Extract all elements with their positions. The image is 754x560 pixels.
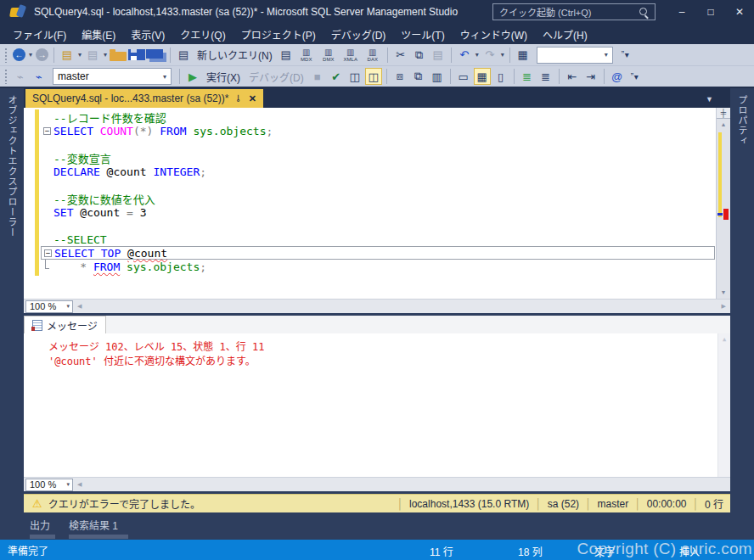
results-pane-toggle-icon[interactable]: ◫ (365, 68, 382, 85)
code-line[interactable]: --SELECT (41, 232, 715, 246)
code-line[interactable] (41, 219, 715, 232)
save-icon[interactable] (128, 49, 145, 60)
connect-icon[interactable]: ⌁ (12, 68, 29, 85)
new-query-icon[interactable]: ▤ (175, 47, 192, 64)
scroll-up-icon[interactable]: ▲ (718, 333, 730, 345)
menu-item-view[interactable]: 表示(V) (123, 25, 172, 44)
hscroll-right-icon[interactable]: ▶ (717, 303, 730, 310)
minimize-button[interactable]: – (667, 0, 696, 24)
active-files-dropdown-icon[interactable]: ▼ (706, 95, 713, 104)
code-line[interactable] (41, 137, 715, 151)
new-query-button[interactable]: 新しいクエリ(N) (197, 48, 273, 62)
uncomment-icon[interactable]: ≣ (537, 68, 554, 85)
messages-tab[interactable]: メッセージ (24, 316, 106, 333)
code-line[interactable]: --変数宣言 (41, 151, 715, 165)
query-options-icon[interactable]: ▦ (515, 47, 532, 64)
menu-item-help[interactable]: ヘルプ(H) (535, 25, 595, 44)
menu-item-window[interactable]: ウィンドウ(W) (453, 25, 535, 44)
sql-editor[interactable]: --レコード件数を確認−SELECT COUNT(*) FROM sys.obj… (24, 108, 730, 299)
code-line[interactable]: --変数に数値を代入 (41, 192, 715, 205)
client-statistics-icon[interactable]: ▥ (429, 68, 446, 85)
scroll-track[interactable] (717, 131, 730, 287)
fold-collapse-icon[interactable]: − (41, 124, 53, 137)
live-query-stats-icon[interactable]: ⧉ (410, 68, 427, 85)
hscroll-left-icon[interactable]: ◀ (73, 303, 86, 310)
code-line[interactable]: --レコード件数を確認 (41, 110, 715, 124)
dropdown-caret-icon[interactable]: ▾ (78, 51, 82, 59)
chevron-down-icon[interactable]: ▾ (159, 73, 171, 81)
quick-launch-input[interactable]: クイック起動 (Ctrl+Q) (492, 3, 656, 20)
chevron-down-icon[interactable]: ▾ (600, 51, 612, 59)
xmla-query-icon[interactable]: ▥XMLA (341, 48, 360, 62)
results-to-text-icon[interactable]: ▭ (455, 68, 472, 85)
dmx-query-icon[interactable]: ▥DMX (319, 48, 338, 62)
execute-button[interactable]: 実行(X) (206, 70, 240, 84)
messages-hscroll-track[interactable] (86, 478, 730, 491)
menu-item-tools[interactable]: ツール(T) (393, 25, 452, 44)
messages-zoom-select[interactable]: 100 % ▾ (25, 479, 73, 491)
editor-vertical-scrollbar[interactable]: ╪ ▲ ▼ (716, 108, 730, 299)
split-editor-handle[interactable]: ╪ (717, 108, 730, 119)
redo-icon[interactable]: ↷ (481, 47, 498, 64)
toolbar-grip[interactable] (4, 69, 8, 84)
toolbar-overflow-button[interactable]: ” ▾ (622, 50, 628, 59)
parse-icon[interactable]: ✔ (328, 68, 345, 85)
dropdown-caret-icon[interactable]: ▾ (104, 51, 107, 59)
database-engine-query-icon[interactable]: ▤ (278, 47, 295, 64)
windows-icon[interactable]: ◫ (346, 68, 363, 85)
dax-query-icon[interactable]: ▥DAX (363, 48, 382, 62)
new-project-icon[interactable]: ▤ (59, 47, 76, 64)
paste-icon[interactable]: ▤ (430, 47, 447, 64)
menu-item-query[interactable]: クエリ(Q) (172, 25, 233, 44)
fold-collapse-icon[interactable]: − (42, 246, 54, 260)
decrease-indent-icon[interactable]: ⇤ (564, 68, 581, 85)
results-to-grid-icon[interactable]: ▦ (474, 68, 491, 85)
save-all-icon[interactable] (146, 49, 163, 59)
menu-item-edit[interactable]: 編集(E) (74, 25, 123, 44)
toolbar-grip[interactable] (4, 48, 8, 63)
dropdown-caret-icon[interactable]: ▾ (475, 51, 479, 59)
cut-icon[interactable]: ✂ (392, 47, 409, 64)
navigate-back-icon[interactable]: ← (13, 48, 25, 61)
properties-strip[interactable]: プロパティ (730, 88, 754, 540)
maximize-button[interactable]: □ (696, 0, 725, 24)
collapse-minus-icon[interactable]: − (43, 127, 51, 135)
database-combobox[interactable]: master▾ (53, 68, 172, 85)
results-to-file-icon[interactable]: ▯ (492, 68, 509, 85)
editor-zoom-select[interactable]: 100 % ▾ (25, 300, 73, 313)
code-line[interactable]: * FROM sys.objects; (41, 260, 715, 273)
execute-icon[interactable]: ▶ (184, 68, 201, 85)
mdx-query-icon[interactable]: ▥MDX (297, 48, 316, 62)
dropdown-caret-icon[interactable]: ▾ (501, 51, 504, 59)
copy-icon[interactable]: ⧉ (411, 47, 428, 64)
object-explorer-strip[interactable]: オブジェクトエクスプローラー (0, 88, 24, 540)
intellisense-icon[interactable]: @ (609, 68, 626, 85)
code-line[interactable]: −SELECT TOP @count (41, 246, 715, 260)
change-connection-icon[interactable]: ⌁ (31, 68, 48, 85)
panel-tab-output[interactable]: 出力 (30, 518, 55, 540)
comment-icon[interactable]: ≣ (519, 68, 536, 85)
scroll-up-icon[interactable]: ▲ (717, 119, 730, 131)
document-tab[interactable]: SQLQuery4.sql - loc...433.master (sa (52… (25, 89, 263, 108)
hscroll-left-icon[interactable]: ◀ (73, 481, 86, 488)
add-item-icon[interactable]: ▤ (84, 47, 101, 64)
toolbar-overflow-button[interactable]: ” ▾ (631, 72, 638, 81)
scroll-down-icon[interactable]: ▼ (717, 287, 730, 299)
estimated-plan-icon[interactable]: ⧈ (391, 68, 408, 85)
editor-hscroll-track[interactable] (86, 300, 717, 313)
tab-close-icon[interactable]: ✕ (249, 93, 256, 104)
pin-icon[interactable]: ⊸ (234, 94, 243, 102)
code-line[interactable]: DECLARE @count INTEGER; (41, 165, 715, 178)
menu-item-file[interactable]: ファイル(F) (5, 25, 74, 44)
stop-icon[interactable]: ■ (309, 68, 326, 85)
undo-icon[interactable]: ↶ (456, 47, 473, 64)
close-button[interactable]: ✕ (725, 0, 754, 24)
increase-indent-icon[interactable]: ⇥ (582, 68, 599, 85)
collapse-minus-icon[interactable]: − (44, 249, 52, 257)
menu-item-project[interactable]: プロジェクト(P) (234, 25, 324, 44)
code-line[interactable]: −SELECT COUNT(*) FROM sys.objects; (41, 124, 715, 137)
debug-button[interactable]: デバッグ(D) (249, 70, 304, 84)
code-line[interactable]: SET @count = 3 (41, 205, 715, 219)
toolbar-combobox[interactable]: ▾ (537, 47, 613, 64)
messages-vertical-scrollbar[interactable]: ▲ (717, 333, 730, 477)
